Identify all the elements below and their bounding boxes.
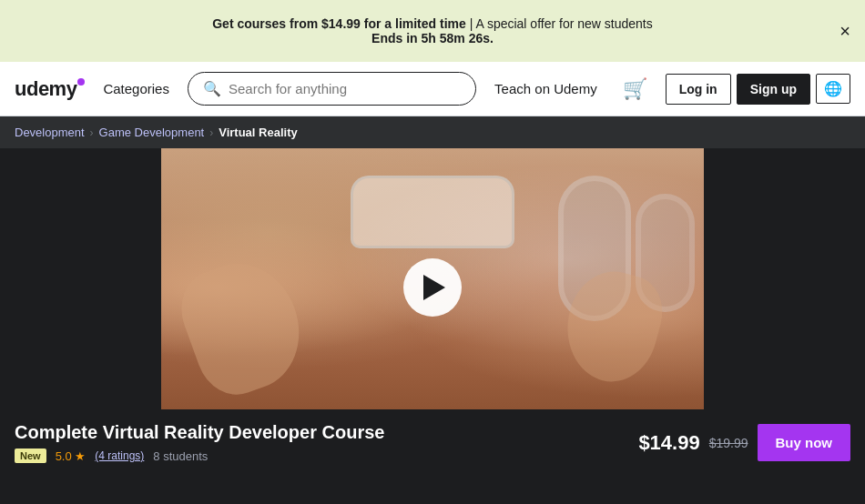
vr-headset <box>351 176 514 248</box>
breadcrumb-sep-2: › <box>209 126 213 139</box>
banner-main: Get courses from $14.99 for a limited ti… <box>212 16 466 31</box>
buy-button[interactable]: Buy now <box>758 424 851 461</box>
signup-button[interactable]: Sign up <box>737 74 810 105</box>
logo[interactable]: udemy <box>15 77 85 101</box>
logo-dot <box>77 78 85 86</box>
course-meta: New 5.0 ★ (4 ratings) 8 students <box>15 449 384 463</box>
login-button[interactable]: Log in <box>666 74 731 105</box>
main-content: Complete Virtual Reality Developer Cours… <box>0 148 865 476</box>
original-price: $19.99 <box>709 436 748 450</box>
logo-text: udemy <box>15 77 85 101</box>
course-info-bar: Complete Virtual Reality Developer Cours… <box>0 409 865 476</box>
breadcrumb-game-dev[interactable]: Game Development <box>99 126 205 139</box>
search-bar: 🔍 <box>188 72 476 106</box>
promo-banner: Get courses from $14.99 for a limited ti… <box>0 0 865 62</box>
teach-link[interactable]: Teach on Udemy <box>487 81 605 96</box>
banner-close-button[interactable]: × <box>840 21 850 42</box>
play-button-wrapper[interactable] <box>403 258 462 317</box>
price-area: $14.99 $19.99 Buy now <box>638 424 850 461</box>
play-button[interactable] <box>403 258 462 317</box>
course-title: Complete Virtual Reality Developer Cours… <box>15 422 384 443</box>
header-actions: Log in Sign up 🌐 <box>666 74 850 105</box>
star-icon: ★ <box>75 449 86 463</box>
search-input[interactable] <box>229 81 461 96</box>
rating-count[interactable]: (4 ratings) <box>95 449 144 462</box>
current-price: $14.99 <box>638 431 699 455</box>
banner-sep: | <box>466 16 476 31</box>
banner-sub: A special offer for new students <box>475 16 652 31</box>
breadcrumb-current: Virtual Reality <box>219 126 297 139</box>
cart-icon[interactable]: 🛒 <box>616 77 655 101</box>
breadcrumb-development[interactable]: Development <box>15 126 85 139</box>
site-header: udemy Categories 🔍 Teach on Udemy 🛒 Log … <box>0 62 865 116</box>
banner-countdown: Ends in 5h 58m 26s. <box>371 31 494 45</box>
play-icon <box>423 275 445 300</box>
breadcrumb-sep-1: › <box>90 126 94 139</box>
banner-text: Get courses from $14.99 for a limited ti… <box>212 16 653 45</box>
search-icon: 🔍 <box>203 80 221 97</box>
breadcrumb: Development › Game Development › Virtual… <box>0 116 865 148</box>
student-count: 8 students <box>153 449 208 463</box>
language-button[interactable]: 🌐 <box>816 74 850 104</box>
course-details: Complete Virtual Reality Developer Cours… <box>15 422 384 463</box>
course-video[interactable] <box>161 148 704 427</box>
globe-icon: 🌐 <box>824 81 842 96</box>
rating-value: 5.0 ★ <box>56 449 86 463</box>
categories-button[interactable]: Categories <box>96 77 177 100</box>
new-badge: New <box>15 449 46 463</box>
